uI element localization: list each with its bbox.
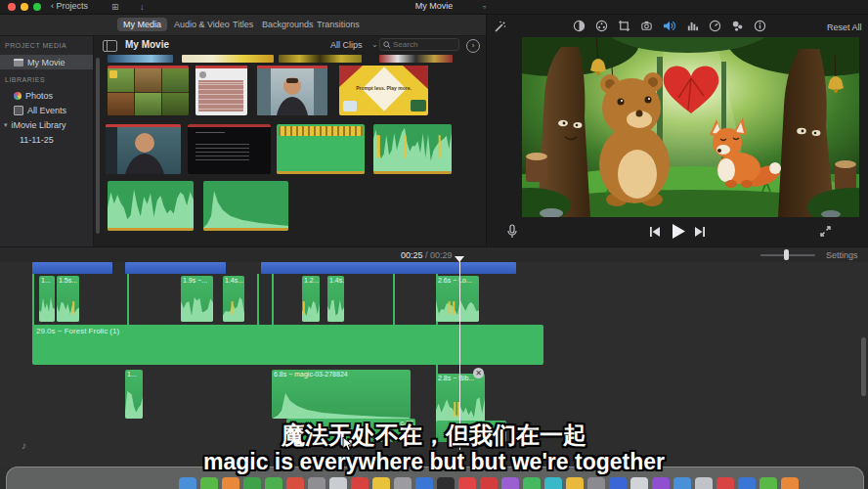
audio-thumbnail-spikes[interactable] [373,124,452,174]
voiceover-mic-icon[interactable] [506,224,518,240]
fullscreen-icon[interactable] [819,225,832,238]
tab-transitions[interactable]: Transitions [311,18,366,31]
crop-icon[interactable] [618,20,630,32]
download-arrow-icon[interactable]: ↓ [140,2,145,12]
reset-all-button[interactable]: Reset All [827,22,862,32]
audio-clip[interactable]: 1... [125,370,143,419]
video-clip-bar[interactable] [125,262,226,274]
dock-app-icon[interactable] [630,477,648,489]
magic-wand-icon[interactable] [493,21,506,34]
dock-app-icon[interactable] [308,477,326,489]
sidebar-item-event-date[interactable]: 11-11-25 [0,132,93,147]
color-balance-icon[interactable] [573,20,586,32]
dock-app-icon[interactable] [760,477,777,489]
dock-app-icon[interactable] [480,477,498,489]
dock-app-icon[interactable] [372,477,390,489]
volume-icon[interactable] [663,20,676,32]
back-to-projects-button[interactable]: ‹ Projects [51,1,88,11]
audio-clip[interactable]: 1.9s ~... [181,276,213,322]
color-wheel-icon[interactable] [595,20,608,32]
video-thumbnail-presenter[interactable] [257,66,327,115]
minimize-window-button[interactable] [21,3,28,11]
noise-reduction-icon[interactable] [731,20,744,32]
sidebar-item-my-movie[interactable]: My Movie [0,55,93,69]
dock-app-icon[interactable] [587,477,605,489]
clips-filter-button[interactable]: All Clips [330,40,363,50]
dock-app-icon[interactable] [179,477,196,489]
filter-chevron-icon[interactable]: ⌄ [371,40,378,49]
audio-clip[interactable]: 1.2... [302,276,320,322]
dock-app-icon[interactable] [222,477,239,489]
search-input[interactable] [391,39,456,50]
audio-thumbnail-wave-1[interactable] [108,181,194,231]
filmstrip-thumbnail[interactable] [279,55,362,63]
timeline-settings-button[interactable]: Settings [826,250,858,260]
zoom-slider-knob[interactable] [784,249,789,260]
sidebar-toggle-icon[interactable] [103,40,117,52]
dock-app-icon[interactable] [415,477,433,489]
equalizer-icon[interactable] [686,20,699,32]
dock-app-icon[interactable] [716,477,734,489]
tab-titles[interactable]: Titles [227,18,259,31]
dock-app-icon[interactable] [329,477,347,489]
search-field[interactable] [379,38,459,51]
video-viewer[interactable] [522,37,859,217]
audio-clip[interactable]: 2.6s ~ Lo... [436,276,479,322]
close-window-button[interactable] [8,3,16,11]
audio-clip[interactable]: 1.5s... [57,276,79,322]
play-icon[interactable] [671,223,686,240]
stabilization-icon[interactable] [640,20,653,32]
media-import-icon[interactable]: ⊞ [111,2,119,12]
tab-backgrounds[interactable]: Backgrounds [256,18,320,31]
tab-audio-video[interactable]: Audio & Video [168,18,236,31]
video-clip-bar[interactable] [32,262,112,274]
dock-app-icon[interactable] [566,477,584,489]
audio-thumbnail-decay[interactable] [203,181,288,231]
audio-clip[interactable]: 1.4s... [223,276,244,322]
dock-app-icon[interactable] [738,477,756,489]
filmstrip-thumbnail[interactable] [182,55,274,63]
dock-app-icon[interactable] [265,477,282,489]
dock-app-icon[interactable] [523,477,541,489]
video-thumbnail-terminal[interactable] [188,124,271,174]
skip-back-icon[interactable] [649,226,661,238]
source-list-icon[interactable]: › [466,39,480,53]
tab-my-media[interactable]: My Media [117,18,167,31]
filmstrip-thumbnail[interactable] [379,55,453,63]
dock-app-icon[interactable] [501,477,519,489]
dock-app-icon[interactable] [673,477,691,489]
dock-app-icon[interactable] [243,477,261,489]
sidebar-item-all-events[interactable]: All Events [0,103,93,117]
dock-app-icon[interactable] [351,477,369,489]
audio-clip[interactable]: 1... [39,276,55,322]
video-thumbnail-presenter-2[interactable] [106,124,181,174]
video-clip-bar[interactable] [261,262,516,274]
dock-app-icon[interactable] [544,477,562,489]
video-thumbnail-bear-collage[interactable] [108,66,189,115]
playhead-handle[interactable] [455,256,464,262]
music-clip-forest-frolic[interactable]: 29.0s ~ Forest Frolic (1) [32,325,543,365]
audio-clip-magic[interactable]: 6.8s ~ magic-03-278824 [272,370,411,419]
dock-app-icon[interactable] [781,477,799,489]
timeline-scrollbar[interactable] [861,337,866,396]
info-icon[interactable] [754,20,766,32]
dock-app-icon[interactable] [652,477,670,489]
dock-app-icon[interactable] [200,477,218,489]
dock-app-icon[interactable] [394,477,412,489]
sidebar-item-imovie-library[interactable]: ▾ iMovie Library [0,117,93,132]
speed-icon[interactable] [709,20,721,32]
dock-app-icon[interactable] [437,477,455,489]
skip-forward-icon[interactable] [694,226,706,238]
browser-scrollbar[interactable] [96,58,100,234]
dock-app-icon[interactable] [695,477,713,489]
mute-badge-icon[interactable]: ✕ [473,368,484,378]
audio-clip[interactable]: 1.4s... [327,276,344,322]
video-thumbnail-yellow-banner[interactable]: Prompt less. Play more. [339,66,428,115]
dock-app-icon[interactable] [458,477,476,489]
audio-thumbnail-yellow-band[interactable] [277,124,365,174]
dock-app-icon[interactable] [286,477,304,489]
zoom-window-button[interactable] [33,3,41,11]
audio-clip-bib[interactable]: 2.8s ~ Bib... [436,374,485,425]
sidebar-item-photos[interactable]: Photos [0,88,93,103]
dock-app-icon[interactable] [609,477,627,489]
